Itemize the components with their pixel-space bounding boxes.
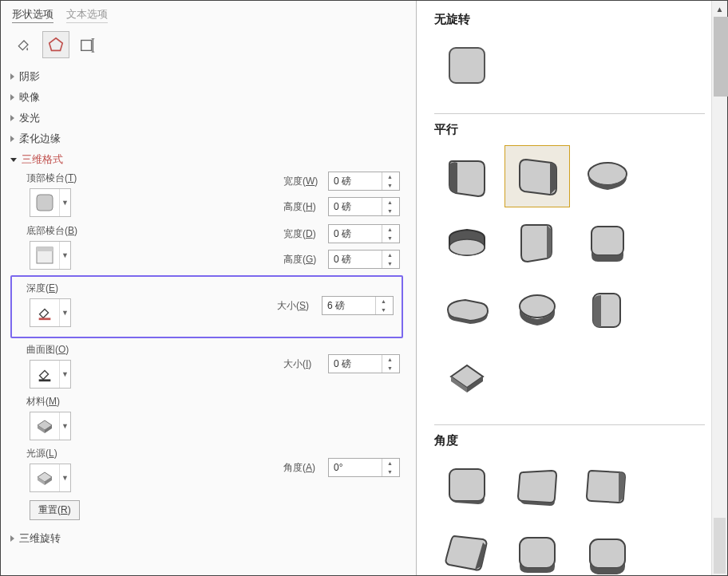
bottom-bevel-width-input[interactable]: ▲▼ <box>328 224 400 243</box>
label-depth: 深度(E) <box>15 280 235 298</box>
preset-perspective-2[interactable] <box>504 456 570 519</box>
svg-rect-16 <box>449 48 485 83</box>
preset-perspective-1[interactable] <box>434 456 500 519</box>
scroll-up-icon[interactable]: ▲ <box>712 1 727 17</box>
svg-rect-22 <box>449 469 485 501</box>
bottom-bevel-height-input[interactable]: ▲▼ <box>328 250 400 269</box>
section-glow[interactable]: 发光 <box>9 108 408 128</box>
preset-no-rotation[interactable] <box>434 35 500 97</box>
label-bottom-height: 高度(G) <box>283 253 328 266</box>
svg-point-20 <box>520 295 555 318</box>
preset-perspective-5[interactable] <box>504 523 570 575</box>
depth-highlight: 深度(E) ▼ 大小(S) ▲▼ <box>10 275 403 338</box>
svg-rect-7 <box>37 247 53 251</box>
label-top-bevel: 顶部棱台(T) <box>9 170 248 188</box>
section-shadow[interactable]: 阴影 <box>9 66 408 87</box>
section-soft-edges[interactable]: 柔化边缘 <box>9 128 408 149</box>
preset-parallel-8[interactable] <box>504 279 570 341</box>
chevron-down-icon: ▼ <box>59 189 70 216</box>
preset-parallel-9[interactable] <box>575 279 640 341</box>
scrollbar-thumb[interactable] <box>714 17 728 97</box>
svg-rect-1 <box>81 41 92 51</box>
chevron-down-icon: ▼ <box>59 412 70 440</box>
contour-color-picker[interactable]: ▼ <box>30 360 71 389</box>
lighting-angle-input[interactable]: ▲▼ <box>328 458 400 477</box>
label-top-height: 高度(H) <box>283 200 328 214</box>
tab-shape-options[interactable]: 形状选项 <box>12 7 53 23</box>
section-reflection[interactable]: 映像 <box>9 87 408 108</box>
label-contour-size: 大小(I) <box>283 357 328 371</box>
preset-parallel-1[interactable] <box>434 145 500 207</box>
chevron-down-icon: ▼ <box>59 299 70 326</box>
depth-size-input[interactable]: ▲▼ <box>322 296 394 315</box>
section-3d-format[interactable]: 三维格式 <box>9 149 408 170</box>
svg-rect-23 <box>520 538 555 568</box>
preset-perspective-4[interactable] <box>434 523 500 575</box>
gallery-heading-none: 无旋转 <box>434 12 705 27</box>
chevron-down-icon: ▼ <box>59 242 70 269</box>
gallery-scrollbar[interactable]: ▲ <box>711 1 727 575</box>
category-icons <box>9 28 408 66</box>
label-lighting: 光源(L) <box>9 445 248 464</box>
label-contour: 曲面图(O) <box>9 341 248 360</box>
section-3d-rotation[interactable]: 三维旋转 <box>9 528 408 549</box>
preset-parallel-10[interactable] <box>434 346 500 408</box>
label-material: 材料(M) <box>9 393 408 412</box>
material-picker[interactable]: ▼ <box>30 412 71 440</box>
scrollbar-track-bottom <box>714 518 726 574</box>
preset-parallel-5[interactable] <box>504 212 570 274</box>
label-top-width: 宽度(W) <box>283 175 328 188</box>
svg-rect-5 <box>37 195 53 211</box>
effects-icon[interactable] <box>42 31 69 58</box>
svg-rect-19 <box>592 227 623 255</box>
chevron-down-icon: ▼ <box>59 361 70 388</box>
preset-parallel-4[interactable] <box>434 212 500 274</box>
preset-parallel-6[interactable] <box>575 212 640 274</box>
chevron-down-icon: ▼ <box>59 464 70 491</box>
reset-button[interactable]: 重置(R) <box>30 500 80 520</box>
svg-rect-9 <box>39 379 51 381</box>
top-bevel-height-input[interactable]: ▲▼ <box>328 197 400 216</box>
bottom-bevel-picker[interactable]: ▼ <box>30 241 71 270</box>
gallery-heading-parallel: 平行 <box>434 122 705 137</box>
size-properties-icon[interactable] <box>74 31 101 58</box>
contour-size-input[interactable]: ▲▼ <box>328 354 400 373</box>
label-bottom-bevel: 底部棱台(B) <box>9 223 248 241</box>
option-tabs: 形状选项 文本选项 <box>9 6 408 28</box>
gallery-heading-perspective: 角度 <box>434 433 705 448</box>
label-depth-size: 大小(S) <box>277 299 322 313</box>
top-bevel-width-input[interactable]: ▲▼ <box>328 172 400 191</box>
preset-parallel-3[interactable] <box>575 145 640 207</box>
format-shape-panel: 形状选项 文本选项 阴影 映像 发光 柔化边缘 三维格式 顶部棱 <box>1 1 417 575</box>
fill-line-icon[interactable] <box>10 31 38 58</box>
lighting-picker[interactable]: ▼ <box>30 464 71 492</box>
preset-perspective-6[interactable] <box>575 523 640 575</box>
preset-parallel-7[interactable] <box>434 279 500 341</box>
rotation-preset-gallery: 无旋转 平行 <box>417 1 727 575</box>
svg-point-18 <box>449 239 485 255</box>
svg-rect-8 <box>39 318 51 320</box>
label-bottom-width: 宽度(D) <box>283 227 328 241</box>
preset-parallel-2[interactable] <box>504 145 570 207</box>
svg-rect-24 <box>590 539 625 568</box>
preset-perspective-3[interactable] <box>575 456 640 519</box>
top-bevel-picker[interactable]: ▼ <box>30 188 71 217</box>
tab-text-options[interactable]: 文本选项 <box>66 7 108 23</box>
depth-color-picker[interactable]: ▼ <box>30 298 71 327</box>
svg-marker-0 <box>49 38 63 51</box>
label-lighting-angle: 角度(A) <box>283 461 328 475</box>
